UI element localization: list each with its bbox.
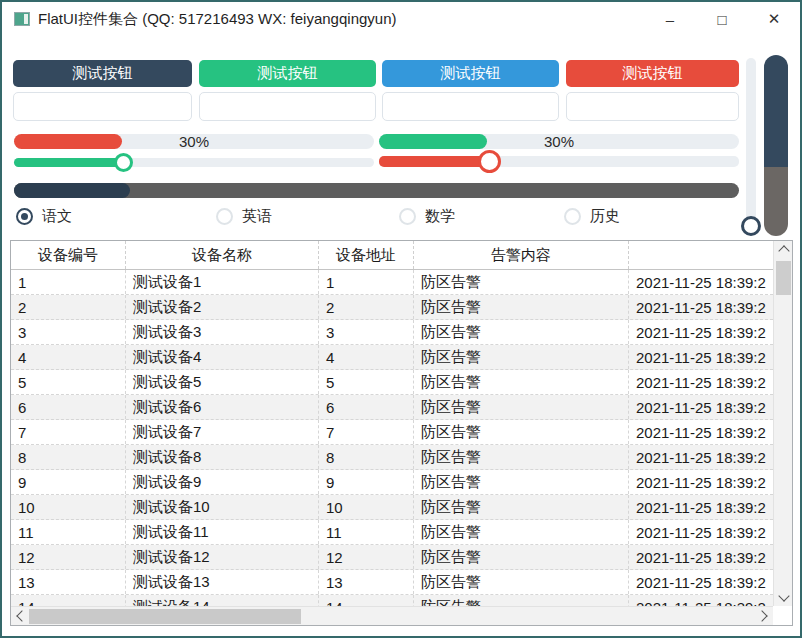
table-row[interactable]: 9测试设备99防区告警2021-11-25 18:39:2 bbox=[11, 470, 773, 495]
table-cell: 测试设备9 bbox=[126, 470, 319, 494]
table-cell: 3 bbox=[11, 320, 126, 344]
table-cell: 2021-11-25 18:39:2 bbox=[629, 595, 773, 606]
table-cell: 防区告警 bbox=[414, 520, 629, 544]
radio-label: 数学 bbox=[425, 207, 455, 226]
slider-red-handle[interactable] bbox=[478, 150, 501, 173]
table-cell: 测试设备3 bbox=[126, 320, 319, 344]
table-cell: 10 bbox=[319, 495, 414, 519]
vertical-slider-handle[interactable] bbox=[741, 216, 761, 236]
vertical-scrollbar-thumb[interactable] bbox=[764, 55, 788, 167]
table-cell: 防区告警 bbox=[414, 320, 629, 344]
radio-history[interactable]: 历史 bbox=[564, 207, 620, 226]
table-horizontal-scrollbar[interactable] bbox=[11, 606, 773, 625]
table-row[interactable]: 7测试设备77防区告警2021-11-25 18:39:2 bbox=[11, 420, 773, 445]
table-cell: 防区告警 bbox=[414, 345, 629, 369]
table-row[interactable]: 6测试设备66防区告警2021-11-25 18:39:2 bbox=[11, 395, 773, 420]
text-input-3[interactable] bbox=[382, 92, 559, 121]
close-button[interactable]: ✕ bbox=[748, 2, 800, 36]
table-vertical-scrollbar-thumb[interactable] bbox=[776, 261, 791, 295]
table-cell: 2021-11-25 18:39:2 bbox=[629, 545, 773, 569]
scroll-down-arrow-icon[interactable] bbox=[774, 589, 793, 606]
table-cell: 测试设备13 bbox=[126, 570, 319, 594]
table-horizontal-scrollbar-thumb[interactable] bbox=[29, 609, 301, 624]
table-cell: 测试设备12 bbox=[126, 545, 319, 569]
table-header-cell[interactable] bbox=[629, 241, 773, 269]
table-cell: 9 bbox=[11, 470, 126, 494]
table-header-cell[interactable]: 设备编号 bbox=[11, 241, 126, 269]
table-row[interactable]: 10测试设备1010防区告警2021-11-25 18:39:2 bbox=[11, 495, 773, 520]
table-cell: 7 bbox=[11, 420, 126, 444]
text-input-2[interactable] bbox=[199, 92, 376, 121]
radio-label: 英语 bbox=[242, 207, 272, 226]
scroll-left-arrow-icon[interactable] bbox=[11, 607, 30, 624]
table-cell: 测试设备4 bbox=[126, 345, 319, 369]
table-cell: 2021-11-25 18:39:2 bbox=[629, 420, 773, 444]
radio-icon bbox=[216, 208, 233, 225]
vertical-scrollbar[interactable] bbox=[764, 55, 788, 236]
table-cell: 13 bbox=[11, 570, 126, 594]
table-cell: 测试设备6 bbox=[126, 395, 319, 419]
table-cell: 2021-11-25 18:39:2 bbox=[629, 495, 773, 519]
table-vertical-scrollbar[interactable] bbox=[773, 241, 792, 606]
slider-green-handle[interactable] bbox=[114, 153, 133, 172]
table-cell: 测试设备1 bbox=[126, 270, 319, 294]
table-row[interactable]: 12测试设备1212防区告警2021-11-25 18:39:2 bbox=[11, 545, 773, 570]
progress-bar-green: 30% bbox=[379, 134, 739, 149]
radio-english[interactable]: 英语 bbox=[216, 207, 272, 226]
table-header-cell[interactable]: 设备名称 bbox=[126, 241, 319, 269]
table-cell: 防区告警 bbox=[414, 495, 629, 519]
text-input-1[interactable] bbox=[13, 92, 192, 121]
maximize-button[interactable]: □ bbox=[696, 2, 748, 36]
table-cell: 5 bbox=[11, 370, 126, 394]
test-button-green[interactable]: 测试按钮 bbox=[199, 60, 376, 87]
radio-icon bbox=[399, 208, 416, 225]
table-header-cell[interactable]: 告警内容 bbox=[414, 241, 629, 269]
table-row[interactable]: 2测试设备22防区告警2021-11-25 18:39:2 bbox=[11, 295, 773, 320]
table-cell: 防区告警 bbox=[414, 295, 629, 319]
table-cell: 12 bbox=[11, 545, 126, 569]
table-cell: 测试设备8 bbox=[126, 445, 319, 469]
vertical-slider[interactable] bbox=[746, 58, 756, 235]
radio-chinese[interactable]: 语文 bbox=[16, 207, 72, 226]
table-row[interactable]: 11测试设备1111防区告警2021-11-25 18:39:2 bbox=[11, 520, 773, 545]
table-cell: 2 bbox=[319, 295, 414, 319]
test-button-red[interactable]: 测试按钮 bbox=[566, 60, 739, 87]
table-body: 1测试设备11防区告警2021-11-25 18:39:22测试设备22防区告警… bbox=[11, 270, 773, 606]
table-cell: 测试设备5 bbox=[126, 370, 319, 394]
radio-math[interactable]: 数学 bbox=[399, 207, 455, 226]
minimize-button[interactable]: – bbox=[644, 2, 696, 36]
table-row[interactable]: 5测试设备55防区告警2021-11-25 18:39:2 bbox=[11, 370, 773, 395]
table-cell: 2021-11-25 18:39:2 bbox=[629, 395, 773, 419]
table-row[interactable]: 3测试设备33防区告警2021-11-25 18:39:2 bbox=[11, 320, 773, 345]
table-row[interactable]: 1测试设备11防区告警2021-11-25 18:39:2 bbox=[11, 270, 773, 295]
table-row[interactable]: 8测试设备88防区告警2021-11-25 18:39:2 bbox=[11, 445, 773, 470]
table-header-cell[interactable]: 设备地址 bbox=[319, 241, 414, 269]
table-cell: 测试设备11 bbox=[126, 520, 319, 544]
table-cell: 防区告警 bbox=[414, 445, 629, 469]
table-row[interactable]: 4测试设备44防区告警2021-11-25 18:39:2 bbox=[11, 345, 773, 370]
table-cell: 1 bbox=[11, 270, 126, 294]
scroll-right-arrow-icon[interactable] bbox=[754, 607, 773, 624]
table-cell: 3 bbox=[319, 320, 414, 344]
table-cell: 测试设备10 bbox=[126, 495, 319, 519]
slider-red[interactable] bbox=[379, 156, 739, 167]
table-cell: 8 bbox=[319, 445, 414, 469]
table-cell: 测试设备14 bbox=[126, 595, 319, 606]
test-button-blue[interactable]: 测试按钮 bbox=[382, 60, 559, 87]
table-cell: 8 bbox=[11, 445, 126, 469]
table-cell: 5 bbox=[319, 370, 414, 394]
test-button-dark[interactable]: 测试按钮 bbox=[13, 60, 192, 87]
table-cell: 2021-11-25 18:39:2 bbox=[629, 270, 773, 294]
table-cell: 13 bbox=[319, 570, 414, 594]
scroll-up-arrow-icon[interactable] bbox=[774, 241, 793, 258]
table-cell: 防区告警 bbox=[414, 545, 629, 569]
table-cell: 测试设备7 bbox=[126, 420, 319, 444]
slider-green[interactable] bbox=[14, 158, 374, 167]
table-cell: 防区告警 bbox=[414, 370, 629, 394]
progress-bar-red: 30% bbox=[14, 134, 374, 149]
text-input-4[interactable] bbox=[566, 92, 739, 121]
slider-fill bbox=[14, 158, 122, 167]
table-row[interactable]: 14测试设备1414防区告警2021-11-25 18:39:2 bbox=[11, 595, 773, 606]
table-row[interactable]: 13测试设备1313防区告警2021-11-25 18:39:2 bbox=[11, 570, 773, 595]
table-cell: 防区告警 bbox=[414, 270, 629, 294]
